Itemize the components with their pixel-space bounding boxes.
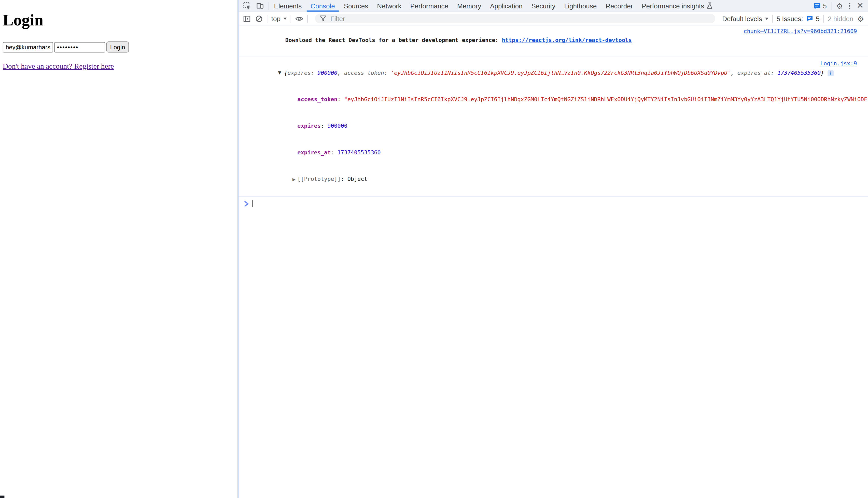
devtools-tab-bar: Elements Console Sources Network Perform…	[239, 0, 868, 12]
separator	[291, 15, 291, 22]
separator	[824, 15, 824, 22]
filter-box	[315, 14, 715, 23]
close-devtools-icon[interactable]: ✕	[857, 2, 864, 10]
device-toolbar-icon[interactable]	[256, 2, 264, 10]
login-button[interactable]: Login	[106, 41, 129, 52]
tab-memory[interactable]: Memory	[453, 0, 486, 12]
tab-recorder[interactable]: Recorder	[601, 0, 637, 12]
source-location-link[interactable]: chunk–VIJJTZRL.js?v=960bd321:21609	[743, 27, 857, 36]
prompt-chevron-icon	[244, 200, 249, 207]
console-sidebar-icon[interactable]	[243, 14, 251, 23]
filter-funnel-icon	[320, 15, 326, 22]
react-devtools-link[interactable]: https://reactjs.org/link/react-devtools	[502, 37, 632, 43]
issues-toolbar-counter[interactable]: 5 Issues: 5	[776, 15, 819, 22]
object-property-expires: expires: 900000	[239, 113, 868, 140]
tab-console[interactable]: Console	[306, 0, 340, 12]
tab-security[interactable]: Security	[527, 0, 560, 12]
flask-icon	[706, 2, 713, 10]
email-field[interactable]	[3, 42, 53, 52]
filter-input[interactable]	[329, 14, 710, 23]
tab-sources[interactable]: Sources	[339, 0, 373, 12]
chevron-down-icon	[283, 17, 286, 20]
tab-lighthouse[interactable]: Lighthouse	[560, 0, 601, 12]
object-property-access-token: access_token: "eyJhbGciOiJIUzI1NiIsInR5c…	[239, 86, 868, 113]
console-settings-icon[interactable]: ⚙	[857, 15, 864, 22]
context-selector[interactable]: top	[271, 15, 286, 22]
console-message-object-log: Login.jsx:9 ▼{expires: 900000, access_to…	[239, 56, 868, 197]
separator	[831, 2, 832, 10]
info-icon[interactable]: i	[827, 70, 833, 76]
clear-console-icon[interactable]	[255, 14, 263, 23]
source-location-link[interactable]: Login.jsx:9	[820, 59, 857, 68]
log-levels-selector[interactable]: Default levels	[722, 15, 768, 22]
console-output: Download the React DevTools for a better…	[239, 25, 868, 498]
login-page: Login Login Don't have an account? Regis…	[0, 0, 238, 498]
tab-performance[interactable]: Performance	[406, 0, 452, 12]
devtools-panel: Elements Console Sources Network Perform…	[239, 0, 868, 498]
login-form: Login	[3, 41, 238, 52]
issues-icon	[813, 2, 821, 10]
page-title: Login	[3, 11, 238, 29]
object-preview-line: ▼{expires: 900000, access_token: 'eyJhbG…	[239, 60, 868, 86]
tab-network[interactable]: Network	[373, 0, 406, 12]
tab-application[interactable]: Application	[486, 0, 527, 12]
console-message-text: Download the React DevTools for a better…	[252, 27, 632, 54]
hidden-messages-label: 2 hidden	[828, 15, 853, 22]
separator	[268, 2, 269, 10]
object-prototype-row: ▶[[Prototype]]: Object	[239, 166, 868, 193]
issues-counter[interactable]: 5	[813, 2, 827, 10]
tab-performance-insights[interactable]: Performance insights	[637, 0, 717, 12]
separator	[772, 15, 773, 22]
expand-triangle-icon[interactable]: ▶	[293, 175, 297, 184]
issues-icon	[806, 15, 813, 22]
console-toolbar: top Default levels	[239, 12, 868, 25]
text-caret	[253, 200, 253, 207]
browser-viewport: Login Login Don't have an account? Regis…	[0, 0, 868, 498]
console-prompt[interactable]	[239, 197, 868, 207]
tab-elements[interactable]: Elements	[270, 0, 306, 12]
devtools-tabs: Elements Console Sources Network Perform…	[270, 0, 717, 12]
collapse-triangle-icon[interactable]: ▼	[278, 69, 284, 78]
more-options-icon[interactable]	[847, 2, 852, 9]
chevron-down-icon	[765, 17, 768, 20]
separator	[267, 15, 267, 22]
console-message-react-devtools: Download the React DevTools for a better…	[239, 25, 868, 56]
object-property-expires-at: expires_at: 1737405535360	[239, 140, 868, 166]
separator	[307, 15, 307, 22]
inspect-element-icon[interactable]	[243, 2, 252, 10]
settings-gear-icon[interactable]: ⚙	[836, 2, 843, 10]
register-link[interactable]: Don't have an account? Register here	[3, 62, 114, 71]
corner-artifact	[0, 495, 4, 498]
password-field[interactable]	[54, 42, 105, 52]
live-expression-eye-icon[interactable]	[295, 14, 303, 23]
